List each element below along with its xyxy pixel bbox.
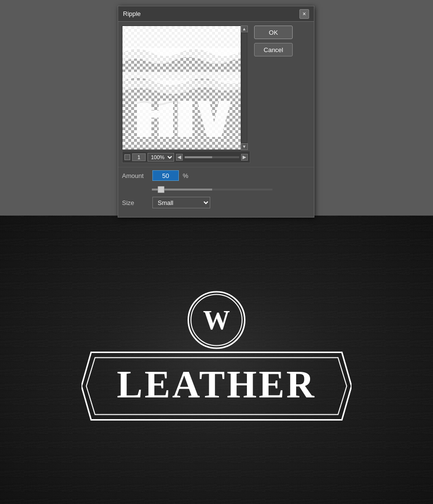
scroll-track xyxy=(242,33,247,142)
dialog-controls: Amount % Size Small Medium Large xyxy=(118,167,314,217)
preview-progress-fill xyxy=(185,156,212,158)
amount-slider[interactable] xyxy=(152,189,272,191)
circle-inner: W xyxy=(190,294,243,346)
ok-button[interactable]: OK xyxy=(254,26,293,39)
zoom-select[interactable]: 100% 50% 200% xyxy=(148,153,174,162)
next-nav-button[interactable]: ▶ xyxy=(241,154,248,161)
canvas-background: W LEATHER xyxy=(0,216,433,504)
preview-wrapper: ▲ ▼ xyxy=(122,26,247,150)
svg-text:LEATHER: LEATHER xyxy=(117,363,316,406)
amount-slider-row xyxy=(122,185,310,192)
preview-controls: 100% 50% 200% ◀ ▶ xyxy=(122,151,250,163)
scroll-up-arrow[interactable]: ▲ xyxy=(241,26,248,32)
preview-area: ▲ ▼ 100% 50% 200% ◀ ▶ xyxy=(122,26,250,163)
banner-shape: LEATHER xyxy=(81,345,352,429)
preview-page-input[interactable] xyxy=(132,153,146,161)
preview-progress-bar xyxy=(185,156,239,158)
size-row: Size Small Medium Large xyxy=(122,197,310,208)
logo-container: W LEATHER xyxy=(81,291,352,429)
leather-banner: LEATHER xyxy=(81,345,352,429)
scroll-down-arrow[interactable]: ▼ xyxy=(241,143,248,150)
circle-logo: W xyxy=(188,291,245,349)
amount-label: Amount xyxy=(122,172,149,179)
preview-image xyxy=(122,26,247,150)
amount-input[interactable] xyxy=(152,170,179,181)
ripple-dialog: Ripple × xyxy=(118,6,314,218)
prev-nav-button[interactable]: ◀ xyxy=(176,154,183,161)
dialog-body: ▲ ▼ 100% 50% 200% ◀ ▶ xyxy=(118,22,314,167)
size-select[interactable]: Small Medium Large xyxy=(152,197,210,208)
dialog-titlebar: Ripple × xyxy=(118,6,314,22)
amount-row: Amount % xyxy=(122,170,310,181)
preview-checkbox[interactable] xyxy=(124,154,130,160)
close-button[interactable]: × xyxy=(299,9,309,19)
cancel-button[interactable]: Cancel xyxy=(254,43,293,56)
dialog-right-panel: OK Cancel xyxy=(254,26,310,163)
dialog-title: Ripple xyxy=(123,10,141,17)
preview-scrollbar[interactable]: ▲ ▼ xyxy=(241,26,247,150)
percent-sign: % xyxy=(183,172,189,179)
banner-svg: LEATHER xyxy=(81,345,352,427)
circle-letter: W xyxy=(203,307,230,334)
preview-canvas xyxy=(122,26,247,150)
size-label: Size xyxy=(122,199,149,206)
